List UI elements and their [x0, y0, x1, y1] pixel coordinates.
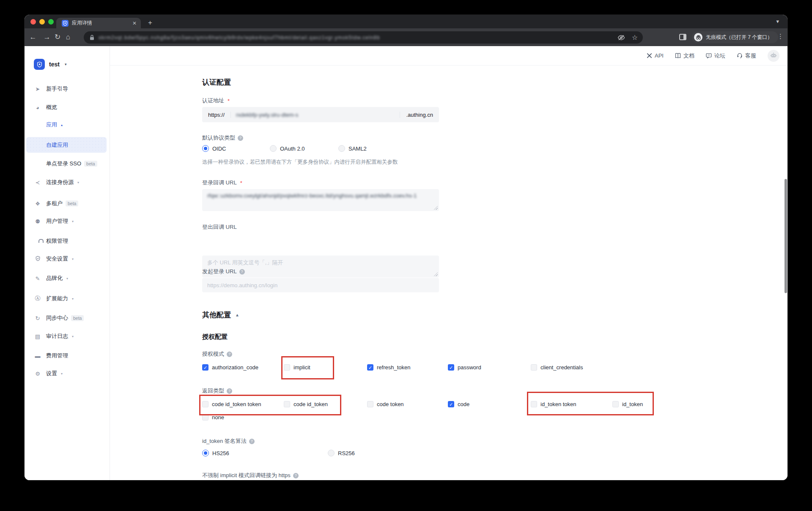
workspace-switcher[interactable]: test ▾: [34, 59, 66, 70]
browser-toolbar: ← → ↻ ⌂ xkrm2vqt.bdwl5pyc.nshg8a/fjzo3ae…: [25, 28, 787, 46]
response-code[interactable]: code: [448, 400, 469, 408]
sidebar-item-settings[interactable]: ⚙ 设置 ▾: [25, 368, 110, 379]
section-title-other-config[interactable]: 其他配置▲: [202, 310, 239, 320]
tab-close-icon[interactable]: ✕: [132, 20, 137, 26]
protocol-hint: 选择一种登录协议，若已禁用请在下方「更多身份协议」内进行开启并配置相关参数: [202, 159, 398, 166]
help-icon[interactable]: ?: [227, 388, 232, 394]
side-panel-icon[interactable]: [679, 34, 686, 40]
header-link-docs[interactable]: 文档: [675, 52, 694, 60]
book-icon: [675, 53, 681, 58]
users-icon: ⚉: [34, 218, 41, 225]
login-callback-textarea[interactable]: rfqw::uzkbomv.cxeylgt/ahsnjd/pvqiwkfmrz-…: [202, 189, 439, 211]
sidebar-item-permissions[interactable]: 权限管理: [25, 236, 110, 246]
chat-bubble-icon: [706, 53, 712, 58]
radio-icon: [270, 145, 277, 152]
alg-option-rs256[interactable]: RS256: [328, 450, 355, 456]
chevron-down-icon: ▾: [77, 181, 79, 184]
home-button[interactable]: ⌂: [63, 32, 73, 42]
sidebar-item-sso[interactable]: 单点登录 SSO beta: [25, 159, 110, 169]
sidebar-item-guide[interactable]: ➤ 新手引导: [25, 84, 110, 94]
resize-handle[interactable]: [434, 272, 438, 276]
sidebar-item-user-management[interactable]: ⚉ 用户管理 ▾: [25, 216, 110, 226]
authorization-config-title: 授权配置: [202, 333, 228, 341]
sidebar-item-billing[interactable]: ▬ 费用管理: [25, 351, 110, 361]
required-asterisk: *: [240, 180, 242, 186]
protocol-option-saml2[interactable]: SAML2: [338, 145, 367, 152]
sidebar-item-overview[interactable]: ◕ 概览: [25, 102, 110, 113]
protocol-option-oidc[interactable]: OIDC: [202, 145, 226, 152]
header-link-forum[interactable]: 论坛: [706, 52, 725, 60]
auth-address-value-masked: rxdekbfp-ywly.slru-dtem-s: [231, 112, 400, 118]
grant-refresh-token[interactable]: refresh_token: [367, 363, 411, 371]
paper-plane-icon: ➤: [34, 86, 41, 92]
grant-password[interactable]: password: [448, 363, 481, 371]
app-detail-form: 认证配置 认证地址* https:// rxdekbfp-ywly.slru-d…: [110, 66, 787, 480]
auth-address-label: 认证地址*: [202, 97, 230, 104]
browser-menu-kebab-icon[interactable]: ⋮: [777, 33, 784, 40]
section-title-auth-config: 认证配置: [202, 77, 231, 87]
lock-icon: [90, 35, 94, 40]
sidebar-item-sync-center[interactable]: ↻ 同步中心 beta: [25, 313, 110, 323]
sidebar-item-applications[interactable]: 应用 ▴: [25, 120, 110, 130]
document-lines-icon: ▤: [34, 333, 41, 340]
annotation-box-response-right: [527, 392, 654, 415]
sidebar-item-branding[interactable]: ✎ 品牌化 ▾: [25, 273, 110, 283]
checkbox-icon: [531, 364, 537, 371]
password-eye-slash-icon[interactable]: [617, 35, 625, 41]
console-sidebar: test ▾ ➤ 新手引导 ◕ 概览 应用 ▴ 自建应用 单点登录 SSO be: [25, 46, 110, 480]
initiate-login-input[interactable]: https://demo.authing.cn/login: [202, 278, 439, 292]
auth-address-input[interactable]: https:// rxdekbfp-ywly.slru-dtem-s .auth…: [202, 107, 439, 122]
resize-handle[interactable]: [434, 206, 438, 210]
authing-favicon-shield-icon: [62, 20, 69, 27]
protocol-option-oauth2[interactable]: OAuth 2.0: [270, 145, 305, 152]
help-icon[interactable]: ?: [239, 269, 245, 275]
radio-icon: [328, 450, 335, 456]
browser-tab[interactable]: 应用详情 ✕: [56, 18, 141, 28]
logout-callback-placeholder: 多个 URL 用英文逗号「,」隔开: [207, 259, 283, 266]
new-tab-button[interactable]: +: [148, 18, 152, 27]
help-icon[interactable]: ?: [238, 135, 243, 141]
sidebar-item-security-settings[interactable]: 安全设置 ▾: [25, 254, 110, 264]
header-link-api[interactable]: API: [647, 52, 664, 59]
bookmark-star-icon[interactable]: ☆: [632, 33, 638, 41]
headset-icon: [737, 53, 743, 58]
gear-icon: ⚙: [34, 371, 41, 377]
forward-button[interactable]: →: [42, 32, 52, 42]
tab-search-chevron-icon[interactable]: ▾: [776, 18, 779, 25]
close-window-button[interactable]: [30, 19, 36, 25]
grant-authorization-code[interactable]: authorization_code: [202, 363, 258, 371]
fullscreen-window-button[interactable]: [48, 19, 54, 25]
grant-client-credentials[interactable]: client_credentials: [531, 363, 583, 371]
checkbox-icon: [448, 401, 454, 407]
help-icon[interactable]: ?: [293, 473, 299, 478]
chevron-down-icon: ▾: [66, 277, 68, 280]
crossed-tools-icon: [647, 53, 652, 58]
incognito-label: 无痕模式（已打开 7 个窗口）: [706, 34, 772, 41]
sidebar-item-audit-logs[interactable]: ▤ 审计日志 ▾: [25, 331, 110, 341]
alg-option-hs256[interactable]: HS256: [202, 450, 229, 456]
sidebar-item-identity-sources[interactable]: ≺ 连接身份源 ▾: [25, 177, 110, 187]
extension-a-icon: Ⓐ: [34, 295, 41, 302]
reload-button[interactable]: ↻: [52, 32, 63, 42]
annotation-box-response-left: [199, 395, 341, 415]
help-icon[interactable]: ?: [227, 352, 232, 357]
back-button[interactable]: ←: [28, 32, 38, 42]
beta-badge: beta: [66, 201, 78, 207]
header-link-support[interactable]: 客服: [737, 52, 756, 60]
radio-icon: [338, 145, 345, 152]
user-avatar[interactable]: [768, 50, 779, 62]
scrollbar-thumb[interactable]: [785, 179, 787, 293]
sidebar-item-multi-tenant[interactable]: ❖ 多租户 beta: [25, 198, 110, 209]
minimize-window-button[interactable]: [39, 19, 45, 25]
help-icon[interactable]: ?: [249, 439, 255, 444]
required-asterisk: *: [228, 98, 230, 104]
signing-alg-label: id_token 签名算法?: [202, 437, 255, 445]
address-bar[interactable]: xkrm2vqt.bdwl5pyc.nshg8a/fjzo3aeu/qmiv6h…: [84, 31, 643, 44]
sidebar-item-extensions[interactable]: Ⓐ 扩展能力 ▾: [25, 294, 110, 304]
traffic-lights[interactable]: [30, 19, 54, 25]
tab-strip: 应用详情 ✕ + ▾: [25, 15, 787, 28]
share-nodes-icon: ≺: [34, 179, 41, 186]
response-code-token[interactable]: code token: [367, 400, 404, 408]
sidebar-item-self-built-apps[interactable]: 自建应用: [26, 137, 107, 153]
checkbox-icon: [367, 364, 373, 371]
